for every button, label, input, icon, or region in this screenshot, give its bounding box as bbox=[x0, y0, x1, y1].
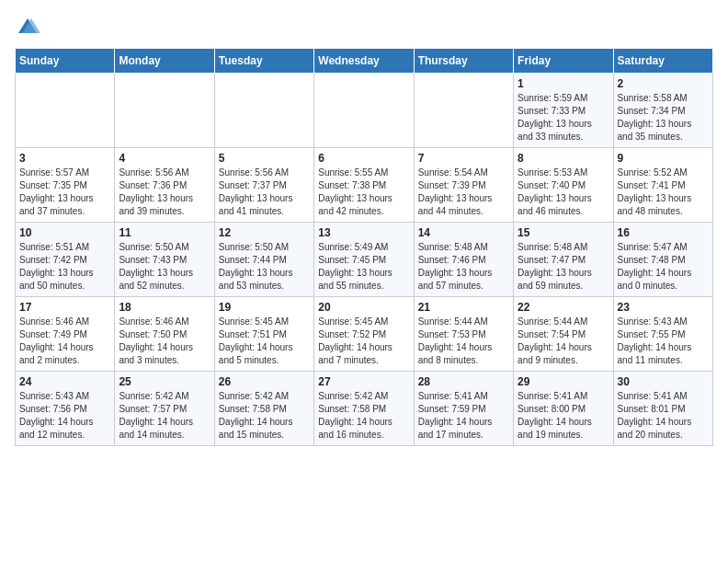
calendar-cell bbox=[115, 74, 214, 148]
calendar-table: SundayMondayTuesdayWednesdayThursdayFrid… bbox=[15, 48, 713, 446]
calendar-cell: 30Sunrise: 5:41 AMSunset: 8:01 PMDayligh… bbox=[613, 372, 712, 446]
calendar-cell: 22Sunrise: 5:44 AMSunset: 7:54 PMDayligh… bbox=[514, 297, 613, 372]
calendar-cell: 27Sunrise: 5:42 AMSunset: 7:58 PMDayligh… bbox=[314, 372, 414, 446]
weekday-header-wednesday: Wednesday bbox=[314, 49, 414, 74]
day-number: 22 bbox=[518, 301, 609, 314]
calendar-cell: 24Sunrise: 5:43 AMSunset: 7:56 PMDayligh… bbox=[16, 372, 115, 446]
day-info: Sunrise: 5:44 AMSunset: 7:54 PMDaylight:… bbox=[518, 316, 609, 367]
calendar-cell: 4Sunrise: 5:56 AMSunset: 7:36 PMDaylight… bbox=[115, 148, 214, 223]
day-info: Sunrise: 5:46 AMSunset: 7:49 PMDaylight:… bbox=[19, 316, 110, 367]
calendar-cell: 17Sunrise: 5:46 AMSunset: 7:49 PMDayligh… bbox=[16, 297, 115, 372]
weekday-header-tuesday: Tuesday bbox=[214, 49, 313, 74]
calendar-cell: 26Sunrise: 5:42 AMSunset: 7:58 PMDayligh… bbox=[214, 372, 313, 446]
calendar-cell: 23Sunrise: 5:43 AMSunset: 7:55 PMDayligh… bbox=[613, 297, 712, 372]
calendar-cell bbox=[314, 74, 414, 148]
day-info: Sunrise: 5:43 AMSunset: 7:55 PMDaylight:… bbox=[618, 316, 709, 367]
logo bbox=[15, 15, 44, 40]
day-number: 3 bbox=[19, 152, 110, 165]
day-number: 27 bbox=[318, 375, 409, 388]
day-info: Sunrise: 5:48 AMSunset: 7:46 PMDaylight:… bbox=[418, 241, 509, 293]
calendar-cell: 10Sunrise: 5:51 AMSunset: 7:42 PMDayligh… bbox=[16, 223, 115, 297]
calendar-cell: 19Sunrise: 5:45 AMSunset: 7:51 PMDayligh… bbox=[214, 297, 313, 372]
day-info: Sunrise: 5:56 AMSunset: 7:36 PMDaylight:… bbox=[119, 167, 210, 218]
day-number: 8 bbox=[518, 152, 609, 165]
day-number: 9 bbox=[618, 152, 709, 165]
day-number: 26 bbox=[219, 375, 310, 388]
day-info: Sunrise: 5:49 AMSunset: 7:45 PMDaylight:… bbox=[318, 241, 409, 293]
calendar-cell bbox=[16, 74, 115, 148]
day-number: 13 bbox=[318, 226, 409, 239]
day-info: Sunrise: 5:55 AMSunset: 7:38 PMDaylight:… bbox=[318, 167, 409, 218]
weekday-header-saturday: Saturday bbox=[613, 49, 712, 74]
day-number: 11 bbox=[119, 226, 210, 239]
day-number: 23 bbox=[618, 301, 709, 314]
day-number: 10 bbox=[19, 226, 110, 239]
day-number: 25 bbox=[119, 375, 210, 388]
day-info: Sunrise: 5:42 AMSunset: 7:58 PMDaylight:… bbox=[219, 390, 310, 442]
day-info: Sunrise: 5:51 AMSunset: 7:42 PMDaylight:… bbox=[19, 241, 110, 293]
day-number: 7 bbox=[418, 152, 509, 165]
day-number: 28 bbox=[418, 375, 509, 388]
day-info: Sunrise: 5:48 AMSunset: 7:47 PMDaylight:… bbox=[518, 241, 609, 293]
day-info: Sunrise: 5:46 AMSunset: 7:50 PMDaylight:… bbox=[119, 316, 210, 367]
calendar-cell: 18Sunrise: 5:46 AMSunset: 7:50 PMDayligh… bbox=[115, 297, 214, 372]
calendar-cell: 2Sunrise: 5:58 AMSunset: 7:34 PMDaylight… bbox=[613, 74, 712, 148]
day-info: Sunrise: 5:53 AMSunset: 7:40 PMDaylight:… bbox=[518, 167, 609, 218]
day-info: Sunrise: 5:45 AMSunset: 7:51 PMDaylight:… bbox=[219, 316, 310, 367]
day-info: Sunrise: 5:43 AMSunset: 7:56 PMDaylight:… bbox=[19, 390, 110, 442]
day-number: 4 bbox=[119, 152, 210, 165]
day-number: 17 bbox=[19, 301, 110, 314]
day-info: Sunrise: 5:54 AMSunset: 7:39 PMDaylight:… bbox=[418, 167, 509, 218]
day-number: 2 bbox=[618, 77, 709, 90]
day-info: Sunrise: 5:41 AMSunset: 8:01 PMDaylight:… bbox=[618, 390, 709, 442]
day-info: Sunrise: 5:45 AMSunset: 7:52 PMDaylight:… bbox=[318, 316, 409, 367]
calendar-cell: 28Sunrise: 5:41 AMSunset: 7:59 PMDayligh… bbox=[414, 372, 513, 446]
weekday-header-friday: Friday bbox=[514, 49, 613, 74]
calendar-cell: 14Sunrise: 5:48 AMSunset: 7:46 PMDayligh… bbox=[414, 223, 513, 297]
calendar-cell: 8Sunrise: 5:53 AMSunset: 7:40 PMDaylight… bbox=[514, 148, 613, 223]
day-info: Sunrise: 5:47 AMSunset: 7:48 PMDaylight:… bbox=[618, 241, 709, 293]
day-info: Sunrise: 5:42 AMSunset: 7:57 PMDaylight:… bbox=[119, 390, 210, 442]
day-number: 21 bbox=[418, 301, 509, 314]
day-info: Sunrise: 5:42 AMSunset: 7:58 PMDaylight:… bbox=[318, 390, 409, 442]
calendar-cell bbox=[414, 74, 513, 148]
calendar-cell: 15Sunrise: 5:48 AMSunset: 7:47 PMDayligh… bbox=[514, 223, 613, 297]
calendar-cell: 21Sunrise: 5:44 AMSunset: 7:53 PMDayligh… bbox=[414, 297, 513, 372]
day-number: 12 bbox=[219, 226, 310, 239]
calendar-cell: 9Sunrise: 5:52 AMSunset: 7:41 PMDaylight… bbox=[613, 148, 712, 223]
day-number: 1 bbox=[518, 77, 609, 90]
weekday-header-monday: Monday bbox=[115, 49, 214, 74]
day-number: 19 bbox=[219, 301, 310, 314]
calendar-cell: 12Sunrise: 5:50 AMSunset: 7:44 PMDayligh… bbox=[214, 223, 313, 297]
day-number: 16 bbox=[618, 226, 709, 239]
day-number: 30 bbox=[618, 375, 709, 388]
day-number: 6 bbox=[318, 152, 409, 165]
day-info: Sunrise: 5:57 AMSunset: 7:35 PMDaylight:… bbox=[19, 167, 110, 218]
day-number: 29 bbox=[518, 375, 609, 388]
day-info: Sunrise: 5:56 AMSunset: 7:37 PMDaylight:… bbox=[219, 167, 310, 218]
day-number: 5 bbox=[219, 152, 310, 165]
day-number: 24 bbox=[19, 375, 110, 388]
day-info: Sunrise: 5:58 AMSunset: 7:34 PMDaylight:… bbox=[618, 92, 709, 144]
calendar-cell: 7Sunrise: 5:54 AMSunset: 7:39 PMDaylight… bbox=[414, 148, 513, 223]
day-number: 15 bbox=[518, 226, 609, 239]
calendar-cell: 1Sunrise: 5:59 AMSunset: 7:33 PMDaylight… bbox=[514, 74, 613, 148]
weekday-header-sunday: Sunday bbox=[16, 49, 115, 74]
calendar-cell: 16Sunrise: 5:47 AMSunset: 7:48 PMDayligh… bbox=[613, 223, 712, 297]
calendar-cell: 5Sunrise: 5:56 AMSunset: 7:37 PMDaylight… bbox=[214, 148, 313, 223]
calendar-cell bbox=[214, 74, 313, 148]
weekday-header-thursday: Thursday bbox=[414, 49, 513, 74]
calendar-cell: 3Sunrise: 5:57 AMSunset: 7:35 PMDaylight… bbox=[16, 148, 115, 223]
calendar-cell: 6Sunrise: 5:55 AMSunset: 7:38 PMDaylight… bbox=[314, 148, 414, 223]
day-info: Sunrise: 5:59 AMSunset: 7:33 PMDaylight:… bbox=[518, 92, 609, 144]
calendar-cell: 25Sunrise: 5:42 AMSunset: 7:57 PMDayligh… bbox=[115, 372, 214, 446]
calendar-cell: 29Sunrise: 5:41 AMSunset: 8:00 PMDayligh… bbox=[514, 372, 613, 446]
day-number: 18 bbox=[119, 301, 210, 314]
logo-icon bbox=[15, 15, 40, 40]
calendar-cell: 20Sunrise: 5:45 AMSunset: 7:52 PMDayligh… bbox=[314, 297, 414, 372]
day-info: Sunrise: 5:50 AMSunset: 7:44 PMDaylight:… bbox=[219, 241, 310, 293]
day-info: Sunrise: 5:44 AMSunset: 7:53 PMDaylight:… bbox=[418, 316, 509, 367]
day-info: Sunrise: 5:50 AMSunset: 7:43 PMDaylight:… bbox=[119, 241, 210, 293]
day-info: Sunrise: 5:41 AMSunset: 8:00 PMDaylight:… bbox=[518, 390, 609, 442]
calendar-cell: 11Sunrise: 5:50 AMSunset: 7:43 PMDayligh… bbox=[115, 223, 214, 297]
